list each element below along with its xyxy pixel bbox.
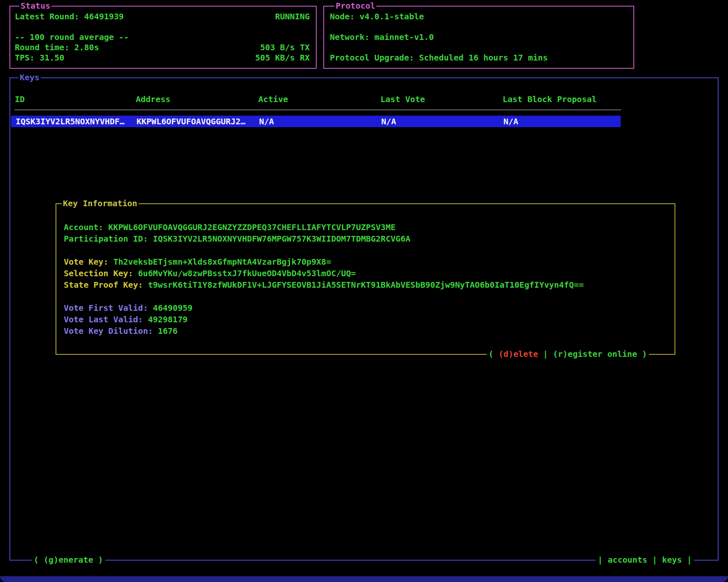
selection-key-value: 6u6MvYKu/w8zwPBsstxJ7fkUueOD4VbD4v53lmOC… <box>138 268 356 278</box>
selection-key-label: Selection Key: <box>64 268 133 278</box>
nav-tab-keys[interactable]: keys <box>662 555 682 565</box>
keys-panel: Keys ID Address Active Last Vote Last Bl… <box>9 77 719 561</box>
keys-panel-title: Keys <box>19 72 41 83</box>
nav-divider: | <box>598 555 603 565</box>
keys-table-header: ID Address Active Last Vote Last Block P… <box>10 94 620 105</box>
cell-last-block-proposal: N/A <box>503 116 621 127</box>
window-bottom-bar <box>0 576 728 582</box>
vote-key-dilution-value: 1676 <box>158 326 178 336</box>
actions-divider: | <box>543 349 548 359</box>
protocol-upgrade-text: Protocol Upgrade: Scheduled 16 hours 17 … <box>330 53 548 63</box>
nav-tab-accounts[interactable]: accounts <box>607 555 647 565</box>
vote-key-value: Th2veksbETjsmn+Xlds8xGfmpNtA4VzarBgjk70p… <box>113 257 331 267</box>
cell-address: KKPWL6OFVUFOAVQGGURJ2… <box>137 116 259 127</box>
vote-last-valid-label: Vote Last Valid: <box>64 314 143 324</box>
register-online-action[interactable]: (r)egister online <box>553 349 637 359</box>
nav-divider: | <box>652 555 657 565</box>
vote-first-valid-value: 46490959 <box>153 303 192 313</box>
status-panel-title: Status <box>19 0 51 11</box>
tps-text: TPS: 31.50 <box>15 53 64 63</box>
protocol-panel: Protocol Node: v4.0.1-stable Network: ma… <box>323 6 634 69</box>
column-header-id: ID <box>15 94 136 105</box>
key-information-panel: Key Information Account:KKPWL6OFVUFOAVQG… <box>56 203 675 355</box>
bottom-nav: |accounts|keys| <box>596 554 694 566</box>
blank-line <box>64 291 675 302</box>
actions-close-paren: ) <box>642 349 647 359</box>
vote-last-valid-value: 49298179 <box>148 314 188 324</box>
account-value: KKPWL6OFVUFOAVQGGURJ2EGNZYZZDPEQ37CHEFLL… <box>108 222 395 232</box>
round-average-header: -- 100 round average -- <box>15 32 129 42</box>
column-header-address: Address <box>136 94 258 105</box>
node-tui-window: Status Latest Round: 46491939 RUNNING --… <box>0 0 728 582</box>
node-version-text: Node: v4.0.1-stable <box>330 12 424 21</box>
table-row-selected[interactable]: IQSK3IYV2LR5NOXNYVHDF… KKPWL6OFVUFOAVQGG… <box>11 116 621 127</box>
node-state-badge: RUNNING <box>275 12 310 22</box>
key-actions-bar: ((d)elete|(r)egister online) <box>487 349 649 360</box>
generate-key-action[interactable]: ( (g)enerate ) <box>32 554 105 566</box>
vote-key-label: Vote Key: <box>64 257 108 267</box>
cell-active: N/A <box>259 116 381 127</box>
column-header-last-block-proposal: Last Block Proposal <box>503 94 620 105</box>
account-label: Account: <box>64 222 103 232</box>
tx-rate-text: 503 B/s TX <box>260 42 310 53</box>
round-time-text: Round time: 2.80s <box>15 42 99 53</box>
blank-line <box>15 22 310 32</box>
status-panel: Status Latest Round: 46491939 RUNNING --… <box>9 6 317 69</box>
nav-divider: | <box>687 555 692 565</box>
table-header-separator <box>14 109 621 110</box>
blank-line <box>330 42 627 53</box>
state-proof-key-label: State Proof Key: <box>64 280 143 290</box>
network-text: Network: mainnet-v1.0 <box>330 32 434 42</box>
cell-last-vote: N/A <box>381 116 503 127</box>
blank-line <box>64 244 675 256</box>
latest-round-text: Latest Round: 46491939 <box>15 12 124 22</box>
protocol-panel-title: Protocol <box>334 0 376 11</box>
vote-key-dilution-label: Vote Key Dilution: <box>64 326 153 336</box>
participation-id-label: Participation ID: <box>64 234 148 244</box>
state-proof-key-value: t9wsrK6tiT1Y8zfWUkDF1V+LJGFYSEOVB1JiA5SE… <box>148 280 584 290</box>
actions-open-paren: ( <box>489 349 494 359</box>
rx-rate-text: 505 KB/s RX <box>255 53 310 63</box>
column-header-last-vote: Last Vote <box>380 94 503 105</box>
vote-first-valid-label: Vote First Valid: <box>64 303 148 313</box>
participation-id-value: IQSK3IYV2LR5NOXNYVHDFW76MPGW757K3WIIDOM7… <box>153 234 410 244</box>
delete-key-action[interactable]: (d)elete <box>498 349 538 359</box>
key-information-title: Key Information <box>62 198 139 209</box>
column-header-active: Active <box>258 94 380 105</box>
blank-line <box>330 22 627 32</box>
cell-participation-id: IQSK3IYV2LR5NOXNYVHDF… <box>16 116 137 127</box>
